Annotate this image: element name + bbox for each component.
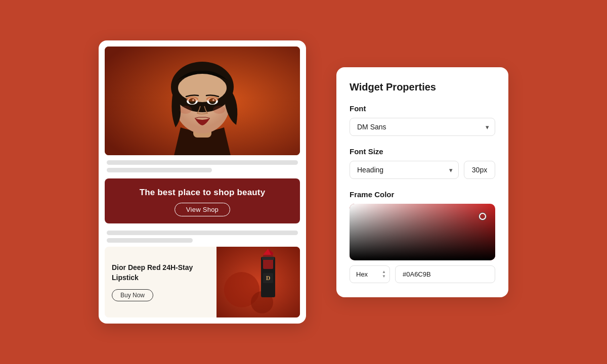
hero-svg <box>105 47 300 155</box>
product-image: D <box>216 247 300 317</box>
font-label: Font <box>350 104 495 113</box>
frame-color-label: Frame Color <box>350 190 495 199</box>
preview-bottom-lines <box>105 226 300 246</box>
font-size-row: Heading Body Caption Display ▾ <box>350 161 495 179</box>
frame-color-group: Frame Color Hex RGB HSL ▲ ▼ <box>350 190 495 283</box>
skeleton-line-short <box>107 168 212 172</box>
font-select[interactable]: DM Sans Inter Roboto Helvetica Georgia <box>350 118 495 136</box>
hex-type-select[interactable]: Hex RGB HSL <box>350 265 390 283</box>
hex-value-input[interactable] <box>395 265 495 283</box>
product-card: Dior Deep Red 24H-Stay Lipstick Buy Now <box>105 247 300 317</box>
preview-banner: The best place to shop beauty View Shop <box>105 178 300 223</box>
font-size-type-wrapper[interactable]: Heading Body Caption Display ▾ <box>350 161 459 179</box>
preview-skeleton-lines <box>105 155 300 175</box>
font-group: Font DM Sans Inter Roboto Helvetica Geor… <box>350 104 495 136</box>
hex-type-wrapper[interactable]: Hex RGB HSL ▲ ▼ <box>350 265 390 283</box>
widget-properties-panel: Widget Properties Font DM Sans Inter Rob… <box>336 67 508 297</box>
view-shop-button[interactable]: View Shop <box>175 203 230 216</box>
font-select-wrapper[interactable]: DM Sans Inter Roboto Helvetica Georgia ▾ <box>350 118 495 136</box>
font-size-type-select[interactable]: Heading Body Caption Display <box>350 161 459 179</box>
skeleton-line-full-2 <box>107 231 298 235</box>
font-size-value-input[interactable] <box>464 161 495 179</box>
svg-point-14 <box>206 97 219 102</box>
color-gradient <box>350 204 495 260</box>
color-hex-row: Hex RGB HSL ▲ ▼ <box>350 265 495 283</box>
svg-rect-22 <box>262 257 274 260</box>
svg-point-13 <box>186 97 198 102</box>
svg-point-15 <box>180 106 192 114</box>
panel-title: Widget Properties <box>350 81 495 93</box>
font-size-group: Font Size Heading Body Caption Display ▾ <box>350 147 495 179</box>
banner-text: The best place to shop beauty <box>140 188 266 198</box>
svg-point-6 <box>178 74 227 102</box>
color-picker-area[interactable] <box>350 204 495 260</box>
color-black-overlay <box>350 204 495 260</box>
product-title: Dior Deep Red 24H-Stay Lipstick <box>112 263 209 283</box>
skeleton-line-full <box>107 160 298 165</box>
font-size-label: Font Size <box>350 147 495 156</box>
lipstick-svg: D <box>216 247 300 317</box>
product-info: Dior Deep Red 24H-Stay Lipstick Buy Now <box>105 247 216 317</box>
buy-now-button[interactable]: Buy Now <box>112 289 153 301</box>
preview-hero-image <box>105 47 300 155</box>
svg-text:D: D <box>266 275 271 282</box>
widget-preview: The best place to shop beauty View Shop … <box>99 40 306 324</box>
skeleton-line-short-2 <box>107 238 193 243</box>
svg-point-16 <box>213 106 225 114</box>
